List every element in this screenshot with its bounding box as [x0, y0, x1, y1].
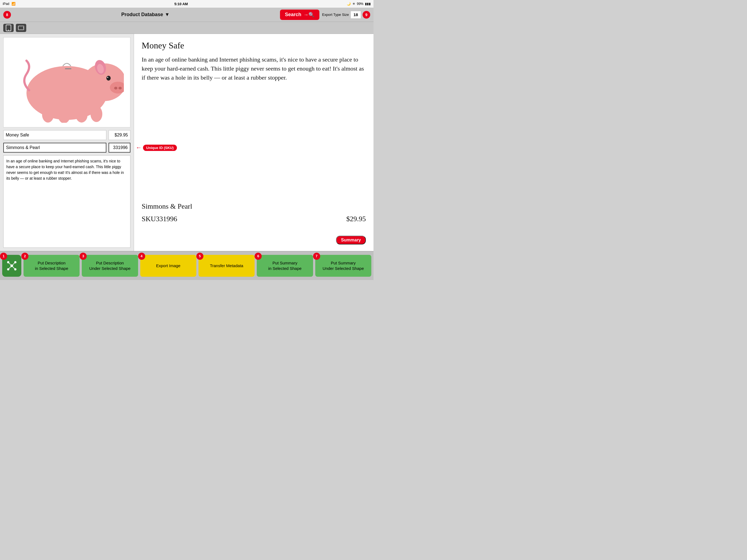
btn-5-wrapper: 5 Transfer Metadata — [199, 255, 255, 277]
export-type-area: Export Type Size 9 — [322, 11, 370, 19]
btn-2-label: Put Descriptionin Selected Shape — [35, 260, 68, 271]
summary-row: Summary — [141, 236, 366, 245]
svg-line-23 — [9, 263, 11, 265]
name-price-row — [3, 130, 130, 140]
right-product-title: Money Safe — [141, 41, 366, 51]
btn-4-label: Export Image — [156, 263, 180, 269]
right-sku-price-row: SKU331996 $29.95 — [141, 215, 366, 223]
svg-line-25 — [9, 267, 11, 269]
toolbar-left: 8 — [3, 11, 11, 19]
bottom-toolbar: 1 2 Put Descriptionin Selected Shape 3 — [0, 251, 374, 280]
svg-line-24 — [13, 263, 15, 265]
right-price: $29.95 — [346, 215, 366, 223]
btn-3-label: Put DescriptionUnder Selected Shape — [89, 260, 131, 271]
product-price-input[interactable] — [108, 130, 130, 140]
right-product-description: In an age of online banking and Internet… — [141, 55, 366, 198]
device-label: iPad — [3, 2, 9, 6]
export-type-input[interactable] — [351, 11, 361, 19]
svg-point-20 — [14, 261, 17, 263]
svg-point-18 — [10, 264, 13, 267]
dropdown-arrow[interactable]: ▼ — [165, 12, 170, 18]
brand-sku-row: ← Unique ID (SKU) — [3, 143, 130, 153]
second-toolbar-left — [3, 24, 26, 32]
btn-put-desc-in-shape[interactable]: Put Descriptionin Selected Shape — [24, 255, 80, 277]
btn-transfer-metadata[interactable]: Transfer Metadata — [199, 255, 255, 277]
toolbar-center[interactable]: Product Database ▼ — [121, 12, 170, 18]
product-sku-input[interactable] — [108, 143, 130, 153]
right-product-brand: Simmons & Pearl — [141, 202, 366, 210]
product-image — [10, 42, 124, 123]
badge-4: 4 — [138, 253, 145, 260]
product-name-input[interactable] — [3, 130, 106, 140]
btn-6-wrapper: 6 Put Summaryin Selected Shape — [257, 255, 313, 277]
svg-point-13 — [42, 107, 54, 123]
product-description: In an age of online banking and Internet… — [6, 159, 124, 180]
badge-2: 2 — [21, 253, 28, 260]
btn-put-desc-under-shape[interactable]: Put DescriptionUnder Selected Shape — [82, 255, 138, 277]
product-brand-input[interactable] — [3, 143, 106, 153]
svg-point-16 — [91, 106, 102, 122]
left-panel: ← Unique ID (SKU) In an age of online ba… — [0, 34, 134, 251]
search-button[interactable]: Search →🔍 — [280, 9, 319, 20]
btn-put-summary-under-shape[interactable]: Put SummaryUnder Selected Shape — [315, 255, 371, 277]
right-sku: SKU331996 — [141, 215, 177, 223]
top-toolbar: 8 Product Database ▼ Search →🔍 Export Ty… — [0, 8, 374, 22]
export-type-label: Export Type Size — [322, 12, 349, 17]
badge-7: 7 — [313, 253, 320, 260]
status-bar-time: 5:10 AM — [175, 2, 188, 6]
status-bar-right: 🌙 ✳ 99% ▮▮▮ — [347, 2, 371, 6]
svg-point-15 — [76, 107, 87, 123]
summary-badge-button[interactable]: Summary — [336, 236, 366, 245]
battery-icon: ▮▮▮ — [365, 2, 371, 6]
svg-point-1 — [8, 29, 9, 30]
svg-point-10 — [107, 77, 108, 78]
badge-1: 1 — [0, 253, 7, 260]
battery-percent: 99% — [357, 2, 363, 6]
svg-point-7 — [114, 87, 118, 90]
main-content: ← Unique ID (SKU) In an age of online ba… — [0, 34, 374, 251]
ipad-portrait-btn[interactable] — [3, 24, 14, 32]
search-label: Search — [285, 12, 301, 18]
second-toolbar — [0, 22, 374, 34]
badge-6: 6 — [255, 253, 262, 260]
status-bar-left: iPad 📶 — [3, 2, 16, 6]
badge-5: 5 — [196, 253, 203, 260]
right-panel: Money Safe In an age of online banking a… — [134, 34, 374, 251]
svg-point-9 — [106, 76, 111, 81]
description-box: In an age of online banking and Internet… — [3, 155, 130, 248]
badge-9: 9 — [363, 11, 370, 19]
svg-point-8 — [119, 87, 122, 90]
btn-5-label: Transfer Metadata — [210, 263, 243, 269]
ipad-landscape-btn[interactable] — [16, 24, 26, 32]
badge-8: 8 — [3, 11, 11, 19]
svg-point-22 — [14, 268, 17, 271]
svg-line-26 — [13, 267, 15, 269]
search-icon: →🔍 — [304, 12, 314, 18]
btn-4-wrapper: 4 Export Image — [140, 255, 196, 277]
svg-point-21 — [7, 268, 9, 271]
svg-point-3 — [23, 27, 24, 28]
btn-1-wrapper: 1 — [2, 255, 21, 277]
wifi-icon: 📶 — [11, 2, 16, 6]
btn-7-wrapper: 7 Put SummaryUnder Selected Shape — [315, 255, 371, 277]
app-title: Product Database — [121, 12, 163, 18]
status-bar: iPad 📶 5:10 AM 🌙 ✳ 99% ▮▮▮ — [0, 0, 374, 8]
toolbar-right: Search →🔍 Export Type Size 9 — [280, 9, 370, 20]
btn-6-label: Put Summaryin Selected Shape — [268, 260, 302, 271]
btn-put-summary-in-shape[interactable]: Put Summaryin Selected Shape — [257, 255, 313, 277]
btn-7-label: Put SummaryUnder Selected Shape — [323, 260, 364, 271]
bluetooth-icon: ✳ — [353, 2, 355, 6]
svg-rect-2 — [18, 26, 24, 29]
product-image-container — [3, 37, 130, 127]
moon-icon: 🌙 — [347, 2, 351, 6]
badge-3: 3 — [80, 253, 87, 260]
btn-export-image[interactable]: Export Image — [140, 255, 196, 277]
btn-2-wrapper: 2 Put Descriptionin Selected Shape — [24, 255, 80, 277]
unique-id-label: Unique ID (SKU) — [143, 145, 177, 151]
svg-point-19 — [7, 261, 9, 263]
btn-3-wrapper: 3 Put DescriptionUnder Selected Shape — [82, 255, 138, 277]
